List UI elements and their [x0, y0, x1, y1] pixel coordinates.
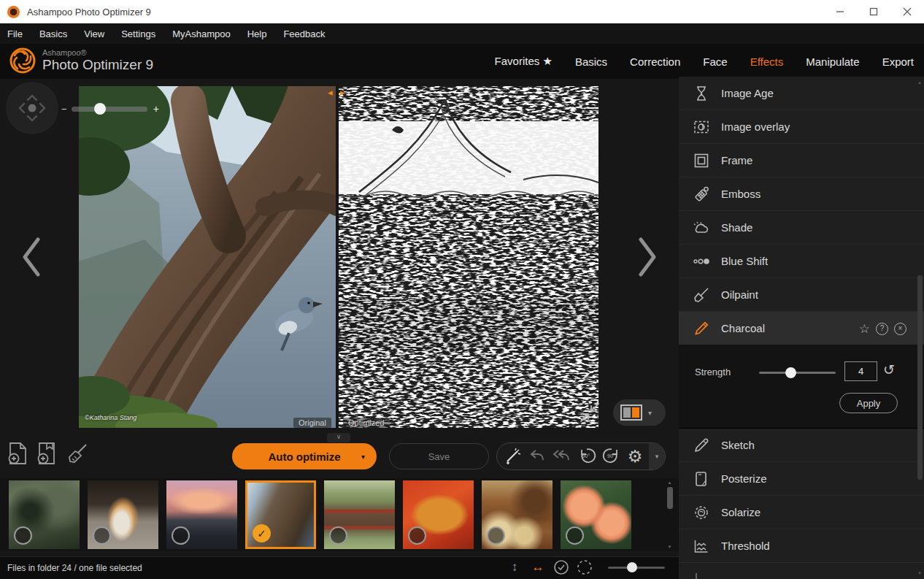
thumbnail-checkbox[interactable] [93, 526, 111, 545]
pan-control[interactable] [6, 82, 58, 134]
effect-item-charcoal[interactable]: Charcoal ☆ ? × [679, 312, 924, 345]
sidebar-scroll-up-icon[interactable]: ▴ [917, 80, 923, 85]
thumbnail-checkbox[interactable] [329, 526, 347, 545]
thumbnail-scrollbar-thumb[interactable] [667, 487, 673, 509]
thumbnail-checkbox[interactable] [172, 526, 190, 545]
flip-horizontal-icon[interactable]: ↔ [530, 560, 546, 575]
undo-all-button[interactable] [552, 448, 571, 465]
strength-slider-handle[interactable] [785, 367, 796, 378]
apply-button[interactable]: Apply [839, 393, 898, 413]
effect-item-emboss[interactable]: Emboss [679, 177, 924, 211]
remove-effect-icon[interactable]: × [894, 323, 906, 335]
tab-face[interactable]: Face [703, 55, 727, 68]
menu-help[interactable]: Help [247, 28, 267, 39]
effect-item-posterize[interactable]: Posterize [679, 462, 924, 496]
effect-item-blue-shift[interactable]: Blue Shift [679, 245, 924, 278]
split-divider[interactable] [336, 86, 339, 428]
thumbnail[interactable] [482, 480, 553, 549]
thumbnail[interactable] [561, 480, 631, 549]
thumbnail[interactable] [88, 480, 158, 549]
tab-manipulate[interactable]: Manipulate [806, 55, 859, 68]
thumbnail-checkbox-checked[interactable]: ✓ [253, 524, 271, 542]
split-handle-right-icon[interactable]: ▸ [340, 88, 345, 97]
original-photo[interactable] [79, 86, 337, 428]
effect-item-shade[interactable]: Shade [679, 211, 924, 245]
thumbnail[interactable] [403, 480, 474, 549]
thumbnail-selected[interactable]: ✓ [245, 480, 316, 549]
effect-item-solarize[interactable]: Solarize [679, 496, 924, 529]
select-all-icon[interactable] [553, 559, 569, 575]
effect-item-threshold[interactable]: Threshold [679, 529, 924, 563]
tab-basics[interactable]: Basics [575, 55, 607, 68]
close-button[interactable] [890, 0, 924, 23]
add-project-button[interactable] [36, 442, 57, 465]
favorite-star-icon[interactable]: ☆ [859, 321, 870, 337]
flip-vertical-icon[interactable]: ↕ [507, 560, 523, 575]
auto-optimize-caret-icon[interactable]: ▾ [361, 453, 365, 461]
maximize-button[interactable] [857, 0, 890, 23]
save-button[interactable]: Save [389, 443, 489, 469]
effect-item-sketch[interactable]: Sketch [679, 429, 924, 462]
compare-mode-button[interactable]: ▾ [613, 399, 666, 426]
thumbnail-checkbox[interactable] [14, 526, 32, 545]
add-images-button[interactable] [7, 442, 28, 465]
zoom-in-icon[interactable]: + [150, 103, 159, 115]
scroll-up-icon[interactable]: ▴ [669, 480, 671, 486]
thumbnail-checkbox[interactable] [487, 526, 505, 545]
tab-effects[interactable]: Effects [750, 55, 784, 68]
next-image-button[interactable] [635, 236, 660, 278]
effect-item-partial[interactable] [679, 563, 924, 579]
settings-gear-button[interactable]: ⚙ [628, 448, 643, 465]
thumbnail-checkbox[interactable] [408, 526, 426, 545]
tab-correction[interactable]: Correction [630, 55, 680, 68]
fit-view-button[interactable] [578, 401, 601, 427]
optimized-photo[interactable] [337, 86, 598, 428]
clear-list-broom-button[interactable] [66, 443, 88, 465]
menu-file[interactable]: File [7, 28, 23, 39]
thumbnail-scrollbar[interactable]: ▴ ▾ [665, 480, 674, 550]
sidebar-scrollbar[interactable]: ▴ ▾ [917, 78, 923, 578]
menu-view[interactable]: View [84, 28, 104, 39]
previous-image-button[interactable] [19, 236, 44, 278]
thumbnail[interactable] [9, 480, 80, 549]
strength-slider-track[interactable] [759, 372, 836, 374]
effect-item-oilpaint[interactable]: Oilpaint [679, 278, 924, 312]
sidebar-scrollbar-thumb[interactable] [917, 275, 923, 480]
effect-item-image-age[interactable]: Image Age [679, 77, 924, 110]
tab-favorites[interactable]: Favorites ★ [495, 55, 553, 68]
thumbnail-scrollbar-track[interactable] [667, 486, 673, 544]
tools-dropdown-button[interactable]: ▾ [649, 443, 665, 469]
menu-settings[interactable]: Settings [121, 28, 155, 39]
preview-split-view[interactable] [79, 86, 598, 428]
effect-item-frame[interactable]: Frame [679, 144, 924, 177]
rotate-left-button[interactable]: 90° [577, 447, 596, 466]
scroll-down-icon[interactable]: ▾ [669, 544, 671, 550]
minimize-button[interactable] [823, 0, 857, 23]
reset-strength-icon[interactable]: ↺ [883, 361, 895, 378]
thumbnail-size-slider-handle[interactable] [627, 562, 637, 572]
undo-button[interactable] [528, 448, 546, 465]
split-handle-left-icon[interactable]: ◂ [328, 88, 333, 97]
strength-value-input[interactable] [844, 361, 877, 381]
zoom-out-icon[interactable]: − [61, 104, 72, 115]
tab-export[interactable]: Export [882, 55, 914, 68]
zoom-slider-track[interactable] [72, 107, 147, 112]
auto-optimize-button[interactable]: Auto optimize ▾ [232, 443, 377, 469]
thumbnail-checkbox[interactable] [566, 526, 584, 545]
zoom-slider-handle[interactable] [94, 103, 106, 115]
rotate-right-button[interactable]: 90° [602, 447, 621, 466]
collapse-preview-button[interactable]: ∨ [327, 433, 350, 442]
zoom-slider[interactable]: − + [61, 102, 159, 115]
thumbnail[interactable] [324, 480, 395, 549]
effect-item-image-overlay[interactable]: Image overlay [679, 110, 924, 144]
selection-mode-icon[interactable] [577, 559, 593, 575]
thumbnail-size-slider[interactable] [608, 567, 665, 569]
help-icon[interactable]: ? [876, 323, 888, 335]
thumbnail[interactable] [166, 480, 237, 549]
compare-mode-caret-icon[interactable]: ▾ [648, 409, 652, 417]
menu-feedback[interactable]: Feedback [283, 28, 325, 39]
sidebar-scroll-down-icon[interactable]: ▾ [917, 570, 923, 576]
magic-wand-button[interactable] [503, 447, 522, 466]
menu-myashampoo[interactable]: MyAshampoo [172, 28, 230, 39]
menu-basics[interactable]: Basics [39, 28, 67, 39]
